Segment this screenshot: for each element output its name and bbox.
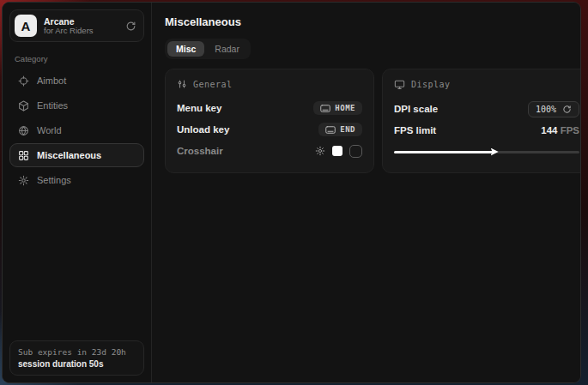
entities-icon xyxy=(18,100,29,111)
sidebar-item-label: Entities xyxy=(37,100,68,111)
tab-radar[interactable]: Radar xyxy=(206,41,248,57)
fps-limit-value: 144 xyxy=(541,125,557,135)
menu-key-label: Menu key xyxy=(177,103,221,113)
sidebar-item-label: World xyxy=(37,125,62,135)
sidebar-item-label: Settings xyxy=(37,175,71,185)
main-content: Miscellaneous Misc Radar General Menu ke… xyxy=(152,3,581,382)
brand-card: A Arcane for Arc Riders xyxy=(9,9,144,42)
sync-icon[interactable] xyxy=(125,21,136,32)
sidebar-item-aimbot[interactable]: Aimbot xyxy=(9,69,144,93)
keyboard-icon xyxy=(325,126,336,134)
app-name: Arcane xyxy=(44,16,118,27)
unload-key-binding[interactable]: END xyxy=(318,123,362,136)
dpi-scale-value: 100% xyxy=(536,105,556,114)
app-window: A Arcane for Arc Riders Category Aimbot xyxy=(2,2,581,383)
dpi-scale-label: DPI scale xyxy=(394,104,438,114)
crosshair-settings-gear-icon[interactable] xyxy=(315,146,325,156)
general-card: General Menu key HOME Unload key xyxy=(165,69,374,173)
sidebar-nav: Aimbot Entities World xyxy=(9,69,144,192)
refresh-icon[interactable] xyxy=(562,105,572,114)
gear-icon xyxy=(18,175,29,186)
sidebar-item-label: Miscellaneous xyxy=(37,150,101,160)
tab-misc[interactable]: Misc xyxy=(167,41,204,57)
fps-slider-fill xyxy=(394,151,494,153)
sidebar-item-miscellaneous[interactable]: Miscellaneous xyxy=(9,143,144,167)
menu-key-binding[interactable]: HOME xyxy=(313,101,362,115)
crosshair-color-swatch[interactable] xyxy=(332,146,342,156)
grid-icon xyxy=(18,150,29,161)
subscription-card: Sub expires in 23d 20h session duration … xyxy=(9,340,144,376)
app-subtitle: for Arc Riders xyxy=(44,27,118,36)
card-title: Display xyxy=(411,80,451,89)
tab-bar: Misc Radar xyxy=(165,39,251,59)
unload-key-row: Unload key END xyxy=(177,119,362,140)
dpi-scale-row: DPI scale 100% xyxy=(394,99,579,119)
display-card: Display DPI scale 100% FPS limit xyxy=(382,69,581,173)
sidebar-item-settings[interactable]: Settings xyxy=(9,168,144,192)
fps-limit-label: FPS limit xyxy=(394,125,436,135)
sidebar-item-label: Aimbot xyxy=(37,75,66,86)
sliders-icon xyxy=(177,79,187,89)
monitor-icon xyxy=(394,79,405,90)
menu-key-row: Menu key HOME xyxy=(177,98,362,118)
unload-key-label: Unload key xyxy=(177,124,229,135)
fps-limit-slider[interactable] xyxy=(394,147,579,157)
globe-icon xyxy=(18,125,29,136)
category-label: Category xyxy=(15,54,139,63)
fps-limit-row: FPS limit 144 FPS xyxy=(394,120,579,141)
session-duration-text: session duration 50s xyxy=(18,359,136,369)
dpi-scale-control[interactable]: 100% xyxy=(528,101,579,117)
keyboard-icon xyxy=(320,105,330,112)
card-title: General xyxy=(193,80,233,89)
crosshair-row: Crosshair xyxy=(177,141,362,161)
sub-expiry-text: Sub expires in 23d 20h xyxy=(18,347,136,357)
sidebar-item-world[interactable]: World xyxy=(9,118,144,142)
crosshair-icon xyxy=(18,75,29,87)
page-title: Miscellaneous xyxy=(165,15,581,28)
sidebar-item-entities[interactable]: Entities xyxy=(9,93,144,117)
crosshair-checkbox[interactable] xyxy=(349,145,362,158)
fps-limit-unit: FPS xyxy=(561,125,579,135)
app-logo: A xyxy=(15,15,37,37)
sidebar: A Arcane for Arc Riders Category Aimbot xyxy=(3,3,152,382)
crosshair-label: Crosshair xyxy=(177,146,223,156)
